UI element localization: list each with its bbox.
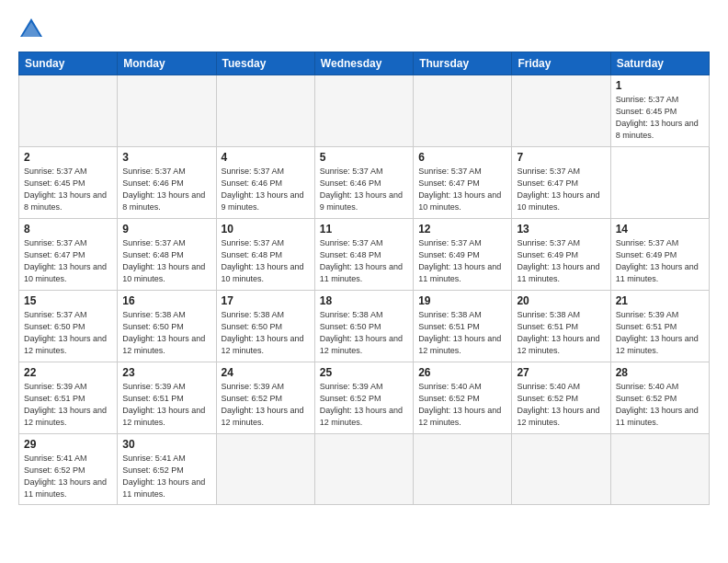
day-info: Sunrise: 5:37 AMSunset: 6:48 PMDaylight:… xyxy=(122,237,210,285)
calendar-week-row: 15Sunrise: 5:37 AMSunset: 6:50 PMDayligh… xyxy=(19,291,710,362)
logo-icon xyxy=(18,17,44,42)
calendar-day-cell: 22Sunrise: 5:39 AMSunset: 6:51 PMDayligh… xyxy=(19,362,118,434)
calendar-day-cell: 23Sunrise: 5:39 AMSunset: 6:51 PMDayligh… xyxy=(118,362,216,434)
day-info: Sunrise: 5:37 AMSunset: 6:47 PMDaylight:… xyxy=(24,237,112,285)
day-number: 29 xyxy=(24,438,112,451)
calendar-week-row: 1Sunrise: 5:37 AMSunset: 6:45 PMDaylight… xyxy=(19,75,710,147)
day-of-week-header: Friday xyxy=(512,52,610,75)
calendar-table: SundayMondayTuesdayWednesdayThursdayFrid… xyxy=(18,52,710,505)
calendar-day-cell xyxy=(414,75,512,147)
calendar-day-cell xyxy=(216,434,314,505)
calendar-day-cell: 6Sunrise: 5:37 AMSunset: 6:47 PMDaylight… xyxy=(414,147,512,219)
calendar-day-cell: 3Sunrise: 5:37 AMSunset: 6:46 PMDaylight… xyxy=(118,147,216,219)
day-number: 12 xyxy=(418,223,506,236)
day-number: 7 xyxy=(517,151,605,164)
day-number: 9 xyxy=(122,223,210,236)
calendar-day-cell: 27Sunrise: 5:40 AMSunset: 6:52 PMDayligh… xyxy=(512,362,610,434)
day-info: Sunrise: 5:37 AMSunset: 6:45 PMDaylight:… xyxy=(616,94,704,142)
calendar-header-row: SundayMondayTuesdayWednesdayThursdayFrid… xyxy=(19,52,710,75)
day-info: Sunrise: 5:37 AMSunset: 6:48 PMDaylight:… xyxy=(320,237,408,285)
calendar-week-row: 29Sunrise: 5:41 AMSunset: 6:52 PMDayligh… xyxy=(19,434,710,505)
day-info: Sunrise: 5:37 AMSunset: 6:48 PMDaylight:… xyxy=(222,237,310,285)
day-number: 16 xyxy=(122,294,210,307)
calendar-day-cell: 13Sunrise: 5:37 AMSunset: 6:49 PMDayligh… xyxy=(512,219,610,291)
day-info: Sunrise: 5:37 AMSunset: 6:47 PMDaylight:… xyxy=(418,166,506,213)
day-info: Sunrise: 5:38 AMSunset: 6:51 PMDaylight:… xyxy=(418,309,506,357)
calendar-day-cell: 21Sunrise: 5:39 AMSunset: 6:51 PMDayligh… xyxy=(610,291,709,362)
day-number: 1 xyxy=(616,79,704,92)
calendar-day-cell: 24Sunrise: 5:39 AMSunset: 6:52 PMDayligh… xyxy=(216,362,314,434)
day-number: 21 xyxy=(616,294,704,307)
calendar-day-cell: 26Sunrise: 5:40 AMSunset: 6:52 PMDayligh… xyxy=(414,362,512,434)
calendar-week-row: 8Sunrise: 5:37 AMSunset: 6:47 PMDaylight… xyxy=(19,219,710,291)
day-info: Sunrise: 5:37 AMSunset: 6:49 PMDaylight:… xyxy=(517,237,605,285)
day-info: Sunrise: 5:41 AMSunset: 6:52 PMDaylight:… xyxy=(122,453,210,500)
calendar-day-cell xyxy=(512,434,610,505)
calendar-day-cell: 4Sunrise: 5:37 AMSunset: 6:46 PMDaylight… xyxy=(216,147,314,219)
calendar-week-row: 22Sunrise: 5:39 AMSunset: 6:51 PMDayligh… xyxy=(19,362,710,434)
day-info: Sunrise: 5:39 AMSunset: 6:52 PMDaylight:… xyxy=(222,381,310,429)
day-info: Sunrise: 5:37 AMSunset: 6:49 PMDaylight:… xyxy=(616,237,704,285)
calendar-day-cell: 17Sunrise: 5:38 AMSunset: 6:50 PMDayligh… xyxy=(216,291,314,362)
day-info: Sunrise: 5:37 AMSunset: 6:45 PMDaylight:… xyxy=(24,166,112,213)
day-number: 30 xyxy=(122,438,210,451)
day-number: 4 xyxy=(222,151,310,164)
day-info: Sunrise: 5:38 AMSunset: 6:51 PMDaylight:… xyxy=(517,309,605,357)
calendar-day-cell: 20Sunrise: 5:38 AMSunset: 6:51 PMDayligh… xyxy=(512,291,610,362)
calendar-day-cell: 30Sunrise: 5:41 AMSunset: 6:52 PMDayligh… xyxy=(118,434,216,505)
day-info: Sunrise: 5:39 AMSunset: 6:52 PMDaylight:… xyxy=(320,381,408,429)
calendar-day-cell: 14Sunrise: 5:37 AMSunset: 6:49 PMDayligh… xyxy=(610,219,709,291)
calendar-day-cell: 11Sunrise: 5:37 AMSunset: 6:48 PMDayligh… xyxy=(314,219,413,291)
calendar-day-cell: 5Sunrise: 5:37 AMSunset: 6:46 PMDaylight… xyxy=(314,147,413,219)
day-of-week-header: Sunday xyxy=(19,52,118,75)
day-number: 6 xyxy=(418,151,506,164)
day-number: 11 xyxy=(320,223,408,236)
calendar-day-cell: 18Sunrise: 5:38 AMSunset: 6:50 PMDayligh… xyxy=(314,291,413,362)
calendar-day-cell xyxy=(118,75,216,147)
calendar-day-cell: 28Sunrise: 5:40 AMSunset: 6:52 PMDayligh… xyxy=(610,362,709,434)
day-info: Sunrise: 5:41 AMSunset: 6:52 PMDaylight:… xyxy=(24,453,112,500)
day-of-week-header: Monday xyxy=(118,52,216,75)
day-number: 2 xyxy=(24,151,112,164)
day-info: Sunrise: 5:37 AMSunset: 6:47 PMDaylight:… xyxy=(517,166,605,213)
calendar-day-cell xyxy=(414,434,512,505)
day-number: 24 xyxy=(222,366,310,379)
calendar-day-cell: 25Sunrise: 5:39 AMSunset: 6:52 PMDayligh… xyxy=(314,362,413,434)
calendar-day-cell: 29Sunrise: 5:41 AMSunset: 6:52 PMDayligh… xyxy=(19,434,118,505)
day-info: Sunrise: 5:39 AMSunset: 6:51 PMDaylight:… xyxy=(122,381,210,429)
day-of-week-header: Tuesday xyxy=(216,52,314,75)
day-info: Sunrise: 5:37 AMSunset: 6:46 PMDaylight:… xyxy=(222,166,310,213)
calendar-day-cell: 12Sunrise: 5:37 AMSunset: 6:49 PMDayligh… xyxy=(414,219,512,291)
day-info: Sunrise: 5:37 AMSunset: 6:46 PMDaylight:… xyxy=(320,166,408,213)
calendar-week-row: 2Sunrise: 5:37 AMSunset: 6:45 PMDaylight… xyxy=(19,147,710,219)
calendar-day-cell: 10Sunrise: 5:37 AMSunset: 6:48 PMDayligh… xyxy=(216,219,314,291)
day-info: Sunrise: 5:39 AMSunset: 6:51 PMDaylight:… xyxy=(24,381,112,429)
calendar-day-cell: 16Sunrise: 5:38 AMSunset: 6:50 PMDayligh… xyxy=(118,291,216,362)
day-number: 13 xyxy=(517,223,605,236)
day-number: 10 xyxy=(222,223,310,236)
day-number: 17 xyxy=(222,294,310,307)
day-number: 23 xyxy=(122,366,210,379)
day-info: Sunrise: 5:38 AMSunset: 6:50 PMDaylight:… xyxy=(122,309,210,357)
day-info: Sunrise: 5:38 AMSunset: 6:50 PMDaylight:… xyxy=(222,309,310,357)
day-number: 28 xyxy=(616,366,704,379)
day-number: 22 xyxy=(24,366,112,379)
day-info: Sunrise: 5:40 AMSunset: 6:52 PMDaylight:… xyxy=(616,381,704,429)
day-number: 15 xyxy=(24,294,112,307)
day-of-week-header: Saturday xyxy=(610,52,709,75)
day-number: 20 xyxy=(517,294,605,307)
day-number: 26 xyxy=(418,366,506,379)
calendar-day-cell xyxy=(216,75,314,147)
day-number: 18 xyxy=(320,294,408,307)
calendar-day-cell xyxy=(314,434,413,505)
day-of-week-header: Thursday xyxy=(414,52,512,75)
day-info: Sunrise: 5:38 AMSunset: 6:50 PMDaylight:… xyxy=(320,309,408,357)
day-info: Sunrise: 5:40 AMSunset: 6:52 PMDaylight:… xyxy=(517,381,605,429)
calendar-day-cell: 1Sunrise: 5:37 AMSunset: 6:45 PMDaylight… xyxy=(610,75,709,147)
day-info: Sunrise: 5:37 AMSunset: 6:46 PMDaylight:… xyxy=(122,166,210,213)
header xyxy=(18,17,710,42)
calendar-day-cell: 7Sunrise: 5:37 AMSunset: 6:47 PMDaylight… xyxy=(512,147,610,219)
logo xyxy=(18,17,50,42)
calendar-day-cell xyxy=(314,75,413,147)
calendar-day-cell xyxy=(610,434,709,505)
